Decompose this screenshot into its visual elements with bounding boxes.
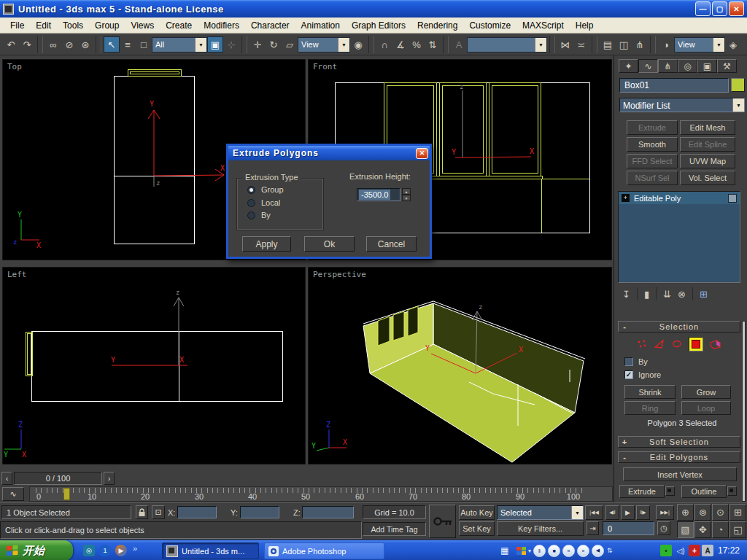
quick-launch-icon-3[interactable]: ▶ — [115, 545, 127, 556]
media-previous-icon[interactable]: « — [562, 545, 575, 557]
loop-button[interactable]: Loop — [681, 401, 731, 415]
chevron-down-icon[interactable]: ▼ — [195, 38, 206, 52]
dialog-close-icon[interactable]: ✕ — [416, 148, 428, 159]
frame-back-icon[interactable]: ‹ — [1, 472, 12, 485]
radio-by[interactable]: By — [247, 211, 271, 219]
use-center-icon[interactable]: ◉ — [350, 36, 366, 52]
play-icon[interactable]: ▶ — [621, 505, 635, 520]
checkbox-checked[interactable]: ✓ — [624, 370, 633, 379]
apply-button[interactable]: Apply — [242, 236, 291, 252]
z-coordinate-field[interactable] — [302, 506, 354, 518]
y-coordinate-field[interactable] — [240, 506, 279, 518]
soft-selection-rollout-header[interactable]: + Soft Selection — [618, 436, 740, 448]
bind-to-spacewarp-icon[interactable]: ⊛ — [77, 36, 93, 52]
time-slider[interactable]: 0 10 20 30 40 50 60 70 80 90 100 — [29, 486, 613, 502]
menu-character[interactable]: Character — [245, 20, 295, 31]
minimize-button[interactable]: — — [695, 1, 711, 16]
menu-modifiers[interactable]: Modifiers — [198, 20, 245, 31]
quick-render-icon[interactable]: ◈ — [725, 36, 741, 52]
zoom-extents-icon[interactable]: ⊙ — [712, 504, 729, 521]
modifier-button-extrude[interactable]: Extrude — [627, 120, 678, 135]
stack-bulb-icon[interactable] — [728, 194, 737, 203]
menu-create[interactable]: Create — [160, 20, 198, 31]
schematic-view-icon[interactable]: ⋔ — [632, 36, 648, 52]
chevron-down-icon[interactable]: ▼ — [732, 98, 744, 112]
material-editor-icon[interactable]: ◑ — [658, 36, 674, 52]
chevron-down-icon[interactable]: ▾ — [528, 548, 531, 554]
mirror-icon[interactable]: ⋈ — [557, 36, 573, 52]
pan-icon[interactable]: ✥ — [694, 521, 711, 538]
track-view-icon[interactable]: ▤ — [600, 36, 616, 52]
selection-lock-icon[interactable] — [136, 505, 148, 519]
dialog-title-bar[interactable]: Extrude Polygons ✕ — [228, 146, 430, 160]
spinner-snap-icon[interactable]: ⇅ — [425, 36, 441, 52]
quick-launch-icon-2[interactable]: 1 — [99, 545, 111, 556]
menu-maxscript[interactable]: MAXScript — [516, 20, 570, 31]
add-time-tag[interactable]: Add Time Tag — [363, 522, 426, 536]
media-pause-icon[interactable]: ‖ — [533, 545, 546, 557]
viewport-left[interactable]: Left z Y X Z Y X — [2, 267, 306, 464]
cancel-button[interactable]: Cancel — [366, 236, 417, 252]
keyboard-tray-icon[interactable]: ▦ — [500, 545, 508, 556]
title-bar[interactable]: Untitled - 3ds max 5 - Stand-alone Licen… — [0, 0, 747, 18]
tab-hierarchy[interactable]: ⋔ — [658, 59, 678, 73]
curve-editor-icon[interactable]: ◫ — [616, 36, 632, 52]
selection-filter-dropdown[interactable]: All ▼ — [152, 37, 207, 52]
panel-scrollbar[interactable] — [742, 321, 746, 502]
close-button[interactable]: ✕ — [729, 1, 744, 16]
percent-snap-icon[interactable]: % — [409, 36, 425, 52]
set-key-button[interactable]: Set Key — [459, 521, 495, 536]
arc-rotate-icon[interactable]: ◔ — [712, 521, 729, 538]
remove-modifier-icon[interactable]: ⊗ — [678, 289, 686, 300]
select-object-icon[interactable]: ↖ — [104, 36, 120, 52]
tray-collapse-icon[interactable]: ⇅ — [607, 547, 613, 554]
spin-down-icon[interactable]: ▼ — [402, 195, 411, 201]
menu-file[interactable]: File — [4, 20, 30, 31]
tab-modify[interactable]: ∿ — [638, 59, 658, 73]
time-slider-handle[interactable] — [63, 488, 70, 500]
object-name-field[interactable]: Box01 — [619, 78, 729, 93]
select-and-scale-icon[interactable]: ▱ — [282, 36, 298, 52]
set-key-mode-icon[interactable] — [429, 505, 456, 538]
tab-motion[interactable]: ◎ — [678, 59, 697, 73]
configure-modifier-sets-icon[interactable]: ⊞ — [700, 289, 708, 300]
quick-launch-overflow-icon[interactable]: » — [133, 544, 137, 553]
keyboard-shortcut-override-icon[interactable]: A — [451, 36, 467, 52]
select-and-manipulate-icon[interactable]: ⊹ — [223, 36, 239, 52]
menu-edit[interactable]: Edit — [30, 20, 57, 31]
previous-frame-icon[interactable]: ◀‖ — [605, 505, 619, 520]
reference-coordsys-dropdown[interactable]: View ▼ — [298, 37, 350, 52]
quick-launch-icon-1[interactable]: ◎ — [83, 545, 95, 556]
redo-icon[interactable]: ↷ — [19, 36, 35, 52]
select-and-move-icon[interactable]: ✛ — [249, 36, 266, 52]
radio-button[interactable] — [247, 199, 255, 207]
extrusion-height-field[interactable]: -3500.0 — [357, 188, 400, 201]
extrusion-height-spinner[interactable]: ▲ ▼ — [402, 188, 411, 201]
radio-group[interactable]: Group — [247, 185, 284, 194]
select-and-link-icon[interactable]: ∞ — [45, 36, 61, 52]
security-shield-tray-icon[interactable]: + — [689, 545, 700, 556]
modifier-list-dropdown[interactable]: Modifier List ▼ — [619, 98, 745, 112]
start-button[interactable]: 开始 — [0, 540, 73, 560]
modifier-button-smooth[interactable]: Smooth — [627, 137, 678, 152]
absolute-offset-icon[interactable]: ⊡ — [152, 505, 165, 519]
key-mode-toggle-icon[interactable]: ⇥ — [587, 521, 599, 535]
tray-icon-graphics[interactable]: • — [660, 545, 672, 556]
object-color-swatch[interactable] — [731, 78, 745, 92]
menu-tools[interactable]: Tools — [57, 20, 89, 31]
region-zoom-icon[interactable]: ▧ — [677, 521, 694, 538]
key-filters-button[interactable]: Key Filters... — [497, 521, 584, 536]
radio-local[interactable]: Local — [247, 198, 280, 207]
extrude-settings-icon[interactable] — [665, 486, 675, 496]
chevron-down-icon[interactable]: ▼ — [713, 38, 724, 52]
modifier-button-uvw-map[interactable]: UVW Map — [680, 154, 735, 168]
pin-stack-icon[interactable]: ↧ — [622, 289, 630, 300]
make-unique-icon[interactable]: ⇊ — [663, 289, 671, 300]
menu-animation[interactable]: Animation — [295, 20, 346, 31]
window-crossing-icon[interactable]: ▣ — [207, 36, 223, 52]
viewport-perspective[interactable]: Perspective X Y — [308, 267, 612, 464]
menu-help[interactable]: Help — [570, 20, 600, 31]
tab-display[interactable]: ▣ — [697, 59, 717, 73]
auto-key-button[interactable]: Auto Key — [459, 505, 495, 520]
shrink-button[interactable]: Shrink — [624, 385, 676, 399]
